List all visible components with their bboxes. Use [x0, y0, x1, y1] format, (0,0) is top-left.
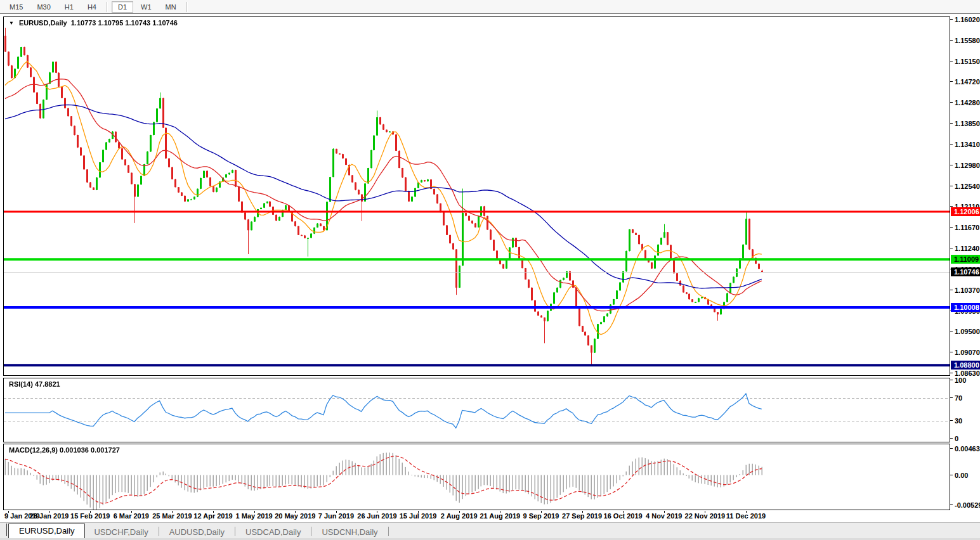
time-axis-label: 26 Jun 2019: [357, 512, 396, 520]
timeframe-button-h4[interactable]: H4: [81, 1, 103, 13]
hline-price-badge[interactable]: 1.08800: [951, 361, 980, 370]
chart-title: ▼ EURUSD,Daily 1.10773 1.10795 1.10743 1…: [9, 19, 178, 27]
rsi-canvas[interactable]: [4, 378, 950, 442]
rsi-label: RSI(14) 47.8821: [9, 380, 60, 388]
rsi-indicator-panel: RSI(14) 47.8821: [3, 378, 950, 442]
time-axis-tick: [8, 511, 9, 513]
time-axis-label: 15 Feb 2019: [70, 512, 110, 520]
macd-axis-tick: -0.005295: [950, 501, 980, 510]
time-axis-label: 22 Nov 2019: [685, 512, 726, 520]
time-axis-label: 12 Apr 2019: [193, 512, 232, 520]
rsi-axis-tick: 70: [950, 394, 980, 402]
price-chart-canvas[interactable]: [4, 17, 950, 375]
price-axis-tick: 1.13410: [950, 140, 980, 149]
tab-separator: [388, 527, 389, 536]
time-axis-label: 7 Jun 2019: [318, 512, 354, 520]
price-axis-tick: 1.09070: [950, 348, 980, 357]
price-axis-tick: 1.15580: [950, 36, 980, 45]
time-axis-label: 4 Nov 2019: [646, 512, 682, 520]
price-chart-panel: ▼ EURUSD,Daily 1.10773 1.10795 1.10743 1…: [3, 16, 950, 376]
timeframe-button-m15[interactable]: M15: [3, 1, 29, 13]
macd-axis-tick: 0.00463: [950, 444, 980, 453]
time-axis-tick: [336, 511, 337, 513]
price-axis[interactable]: 1.160201.155801.151501.147201.142801.138…: [950, 16, 980, 521]
time-axis-label: 27 Sep 2019: [562, 512, 602, 520]
price-axis-tick: 1.10370: [950, 286, 980, 295]
time-axis-tick: [49, 511, 50, 513]
time-axis-tick: [377, 511, 377, 513]
time-axis-tick: [459, 511, 460, 513]
time-axis[interactable]: 9 Jan 201928 Jan 201915 Feb 20196 Mar 20…: [3, 511, 950, 522]
price-axis-tick: 1.11240: [950, 244, 980, 253]
time-axis-tick: [623, 511, 624, 513]
rsi-axis-tick: 30: [950, 416, 980, 425]
price-axis-tick: 1.11670: [950, 223, 980, 232]
time-axis-label: 20 May 2019: [275, 512, 315, 520]
price-axis-tick: 1.12980: [950, 161, 980, 170]
hline-price-badge[interactable]: 1.11009: [951, 255, 980, 264]
toolbar-separator: [107, 2, 108, 12]
time-axis-label: 6 Mar 2019: [114, 512, 149, 520]
time-axis-label: 25 Mar 2019: [152, 512, 192, 520]
timeframe-button-m30[interactable]: M30: [30, 1, 56, 13]
timeframe-toolbar: M15M30H1H4D1W1MN: [0, 0, 980, 14]
toolbar-separator: [186, 2, 188, 12]
time-axis-label: 16 Oct 2019: [604, 512, 643, 520]
mt4-window: M15M30H1H4D1W1MN ▼ EURUSD,Daily 1.10773 …: [0, 0, 980, 540]
hline-price-badge[interactable]: 1.10008: [951, 303, 980, 312]
chart-tab-bar: EURUSD,DailyUSDCHF,DailyAUDUSD,DailyUSDC…: [0, 522, 980, 540]
time-axis-tick: [664, 511, 665, 513]
price-axis-tick: 1.12540: [950, 182, 980, 191]
time-axis-tick: [213, 511, 214, 513]
chart-symbol-period: EURUSD,Daily: [19, 19, 67, 27]
chart-ohlc-values: 1.10773 1.10795 1.10743 1.10746: [71, 19, 178, 27]
timeframe-button-d1[interactable]: D1: [112, 1, 133, 13]
time-axis-tick: [500, 511, 500, 513]
price-axis-tick: 1.09500: [950, 327, 980, 336]
time-axis-label: 28 Jan 2019: [30, 512, 69, 520]
time-axis-label: 21 Aug 2019: [480, 512, 520, 520]
chart-dropdown-icon[interactable]: ▼: [9, 20, 14, 26]
tab-separator: [311, 527, 311, 536]
time-axis-label: 15 Jul 2019: [400, 512, 437, 520]
tab-separator: [235, 527, 235, 536]
time-axis-tick: [541, 511, 542, 513]
time-axis-tick: [254, 511, 255, 513]
time-axis-tick: [131, 511, 132, 513]
price-axis-tick: 1.16020: [950, 15, 980, 24]
price-axis-tick: 1.14720: [950, 77, 980, 86]
macd-canvas[interactable]: [4, 444, 950, 510]
rsi-axis-tick: 100: [950, 376, 980, 385]
price-axis-tick: 1.15150: [950, 57, 980, 66]
timeframe-button-w1[interactable]: W1: [134, 1, 158, 13]
time-axis-label: 11 Dec 2019: [726, 512, 766, 520]
timeframe-button-h1[interactable]: H1: [58, 1, 80, 13]
time-axis-tick: [582, 511, 583, 513]
macd-indicator-panel: MACD(12,26,9) 0.001036 0.001727: [3, 444, 950, 510]
tab-separator: [159, 527, 159, 536]
price-axis-tick: 1.13850: [950, 119, 980, 128]
current-price-badge: 1.10746: [951, 267, 980, 276]
price-axis-tick: 1.14280: [950, 98, 980, 107]
time-axis-tick: [90, 511, 91, 513]
time-axis-label: 1 May 2019: [236, 512, 273, 520]
timeframe-button-mn[interactable]: MN: [159, 1, 183, 13]
tab-separator: [6, 524, 7, 536]
macd-label: MACD(12,26,9) 0.001036 0.001727: [9, 446, 120, 454]
time-axis-tick: [172, 511, 173, 513]
rsi-axis-tick: 0: [950, 434, 980, 443]
macd-axis-tick: 0.00: [950, 471, 980, 480]
time-axis-tick: [295, 511, 296, 513]
time-axis-label: 2 Aug 2019: [441, 512, 478, 520]
time-axis-tick: [418, 511, 419, 513]
hline-price-badge[interactable]: 1.12006: [951, 207, 980, 216]
time-axis-label: 9 Sep 2019: [523, 512, 559, 520]
time-axis-tick: [746, 511, 747, 513]
time-axis-tick: [705, 511, 705, 513]
